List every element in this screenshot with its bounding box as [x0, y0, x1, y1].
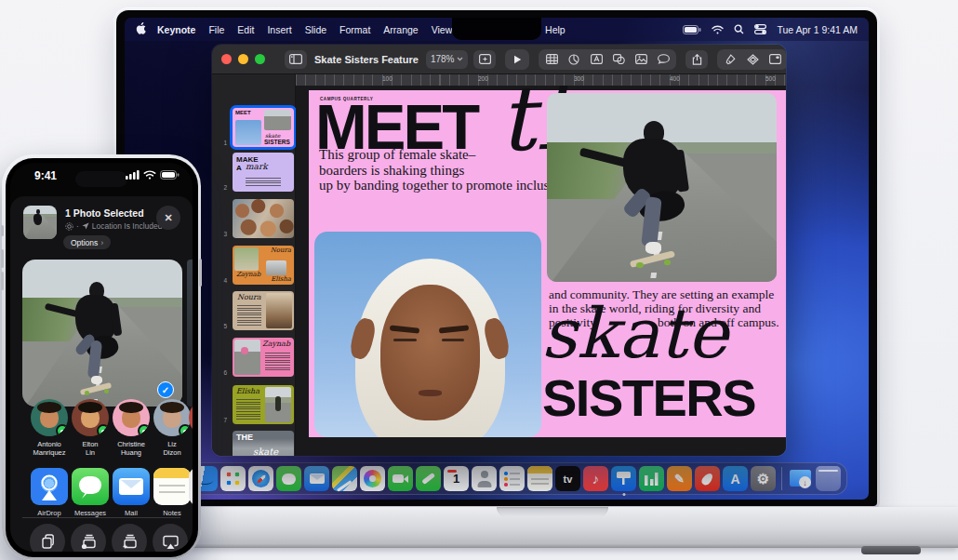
dock-icon-numbers[interactable]	[639, 466, 664, 491]
dock-icon-downloads[interactable]: ↓	[788, 466, 813, 491]
dock-icon-safari[interactable]	[248, 466, 273, 491]
slide-footer-skate[interactable]: skate	[541, 299, 727, 367]
shape-icon[interactable]	[608, 50, 629, 69]
share-app-label: Mail	[111, 509, 152, 517]
slide-thumbnail-1[interactable]: 1 MEET skate SISTERS	[212, 108, 295, 147]
dock-icon-mail[interactable]	[304, 466, 329, 491]
dock-icon-pages[interactable]: ✎	[667, 466, 692, 491]
action-button[interactable]	[1, 225, 4, 236]
dock-icon-maps[interactable]	[332, 466, 357, 491]
airdrop-contact-elton[interactable]: Elton Lin	[70, 399, 111, 458]
album-plus-action-button[interactable]	[112, 524, 147, 552]
dock-icon-reminders[interactable]	[499, 466, 525, 491]
slide-thumbnail-2[interactable]: 2 MAKE A mark	[212, 153, 295, 192]
view-sidebar-button[interactable]	[285, 50, 307, 69]
add-slide-button[interactable]	[473, 50, 496, 69]
media-icon[interactable]	[631, 50, 651, 69]
skateboarder-photo[interactable]	[547, 93, 777, 282]
portrait-photo[interactable]	[314, 232, 541, 437]
control-center-icon[interactable]	[754, 24, 766, 34]
dock-icon-messages[interactable]	[276, 466, 301, 491]
slide-thumbnail-6[interactable]: 6 Zaynab	[212, 338, 295, 377]
animate-icon[interactable]	[742, 50, 763, 69]
airdrop-contact-liz[interactable]: Liz Dizon	[152, 399, 193, 458]
slide-thumbnail-5[interactable]: 5 Noura	[212, 291, 295, 330]
menu-item-help[interactable]: Help	[545, 24, 565, 35]
share-app-notes[interactable]: Notes	[152, 468, 193, 517]
dock-icon-phone[interactable]	[416, 466, 441, 491]
next-photo-edge[interactable]	[187, 260, 193, 407]
selected-photo-card[interactable]: ✓	[22, 260, 182, 407]
dock-icon-trash[interactable]	[816, 466, 841, 491]
ruler-tick: 200	[478, 75, 488, 82]
volume-up-button[interactable]	[1, 249, 4, 268]
airdrop-contact-antonio[interactable]: Antonio Manriquez	[29, 399, 70, 458]
skater-shoe	[91, 376, 102, 384]
comment-icon[interactable]	[653, 50, 673, 69]
battery-icon[interactable]	[683, 25, 701, 34]
fullscreen-window-button[interactable]	[255, 54, 265, 64]
skater-shoe	[645, 242, 661, 253]
minimize-window-button[interactable]	[238, 54, 248, 64]
menu-item-format[interactable]: Format	[339, 24, 370, 35]
iphone-status-bar: 9:41	[10, 168, 193, 183]
format-brush-icon[interactable]	[720, 50, 740, 69]
thumb-text-lines	[265, 353, 290, 371]
airdrop-contact-christine[interactable]: Christine Huang	[111, 399, 152, 458]
menu-item-slide[interactable]: Slide	[305, 24, 326, 35]
dock-icon-notes[interactable]	[527, 466, 552, 491]
options-button[interactable]: Options ›	[63, 235, 111, 249]
slide-thumbnail-4[interactable]: 4 Noura Zaynab Elisha	[212, 246, 295, 285]
iphone-clock: 9:41	[34, 169, 57, 182]
dock-icon-keynote[interactable]	[611, 466, 636, 491]
album-badge-action-button[interactable]	[71, 524, 106, 552]
airplay-action-button[interactable]	[153, 524, 188, 552]
menu-item-file[interactable]: File	[208, 24, 224, 35]
share-app-mail[interactable]: Mail	[111, 468, 152, 517]
dock-icon-system-settings[interactable]: ⚙	[751, 466, 776, 491]
dock-icon-app-store[interactable]: A	[723, 466, 748, 491]
slide-thumbnail-7[interactable]: 7 Elisha	[212, 385, 295, 424]
dock-icon-facetime[interactable]	[388, 466, 413, 491]
dock-icon-launchpad[interactable]	[220, 466, 246, 491]
slide-editor[interactable]: CAMPUS QUARTERLY MEET the This group of …	[309, 90, 786, 437]
menu-item-view[interactable]: View	[432, 24, 453, 35]
ruler-tick: 400	[670, 75, 680, 82]
slide-intro-text[interactable]: This group of female skate– boarders is …	[319, 147, 575, 193]
slide-thumbnail-3[interactable]: 3	[212, 199, 295, 238]
slide-thumbnail-8[interactable]: 8 THE skate	[212, 431, 295, 456]
search-icon[interactable]	[734, 24, 744, 34]
table-icon[interactable]	[541, 50, 562, 69]
document-icon[interactable]	[765, 50, 785, 69]
dock-icon-photos[interactable]	[360, 466, 385, 491]
dock-icon-tv[interactable]: tv	[555, 466, 580, 491]
slide-canvas[interactable]: CAMPUS QUARTERLY MEET the This group of …	[296, 86, 786, 456]
menu-item-edit[interactable]: Edit	[237, 24, 254, 35]
share-app-airdrop[interactable]: AirDrop	[29, 468, 70, 517]
power-button[interactable]	[199, 259, 202, 287]
share-app-messages[interactable]: Messages	[70, 468, 111, 517]
menu-item-arrange[interactable]: Arrange	[383, 24, 418, 35]
apple-menu-icon[interactable]	[136, 22, 146, 36]
next-app-edge[interactable]	[189, 468, 193, 505]
chart-icon[interactable]	[564, 50, 584, 69]
wifi-icon[interactable]	[712, 25, 724, 34]
slide-footer-sisters[interactable]: SISTERS	[542, 372, 755, 424]
thumb-text-lines	[237, 305, 261, 326]
close-button[interactable]: ✕	[156, 206, 180, 230]
dock-icon-contacts[interactable]	[472, 466, 497, 491]
menu-item-keynote[interactable]: Keynote	[157, 24, 195, 35]
dock-icon-calendar[interactable]: 1	[444, 466, 469, 491]
dock-icon-music[interactable]: ♪	[583, 466, 608, 491]
copy-action-button[interactable]	[30, 524, 65, 552]
close-window-button[interactable]	[221, 54, 232, 64]
slide-headline-meet[interactable]: MEET	[315, 100, 477, 153]
text-icon[interactable]	[586, 50, 606, 69]
dock-icon-rocket[interactable]	[695, 466, 720, 491]
share-icon[interactable]	[685, 50, 708, 69]
volume-down-button[interactable]	[1, 272, 4, 290]
menu-item-insert[interactable]: Insert	[267, 24, 291, 35]
play-button[interactable]	[505, 49, 529, 70]
zoom-level-control[interactable]: 178%	[426, 50, 469, 69]
menu-bar-clock[interactable]: Tue Apr 1 9:41 AM	[777, 24, 858, 35]
